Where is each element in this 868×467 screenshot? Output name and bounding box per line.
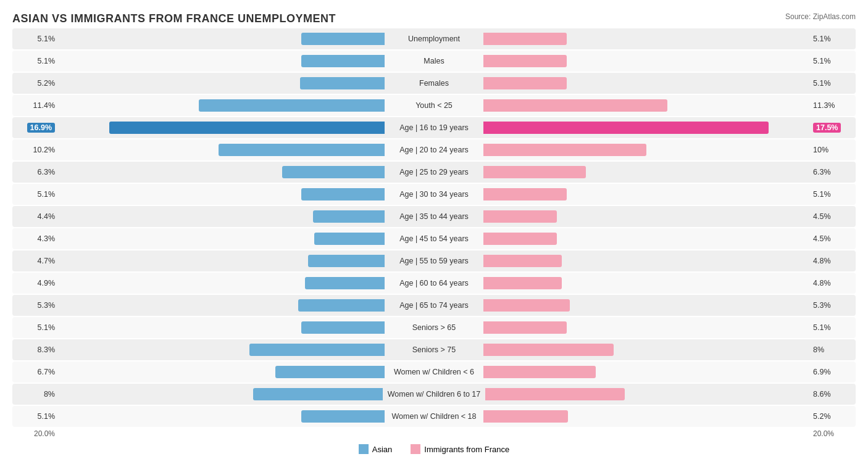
bar-right-wrap xyxy=(483,186,809,203)
legend-immigrants-label: Immigrants from France xyxy=(424,445,509,454)
right-value: 4.5% xyxy=(809,234,856,243)
bars-center: Women w/ Children 6 to 17 xyxy=(59,386,809,403)
right-value: 5.3% xyxy=(809,301,856,310)
row-label: Age | 20 to 24 years xyxy=(385,146,483,154)
bars-center: Age | 60 to 64 years xyxy=(59,275,809,292)
left-value: 5.1% xyxy=(12,35,59,43)
bar-left-wrap xyxy=(59,186,385,203)
left-value: 4.9% xyxy=(12,279,59,287)
asian-value: 5.2% xyxy=(38,79,56,88)
bar-immigrants xyxy=(485,388,625,400)
left-value: 6.3% xyxy=(12,168,59,176)
row-inner: 8% Women w/ Children 6 to 17 8.6% xyxy=(12,384,856,405)
bar-immigrants xyxy=(483,299,570,312)
immigrants-value: 11.3% xyxy=(813,101,835,110)
bar-left-wrap xyxy=(59,319,385,336)
asian-value: 6.7% xyxy=(38,368,56,376)
table-row: 5.3% Age | 65 to 74 years 5.3% xyxy=(12,295,856,316)
asian-value: 6.3% xyxy=(38,168,56,176)
asian-value: 16.9% xyxy=(27,123,55,133)
bar-immigrants xyxy=(483,277,562,289)
bar-immigrants xyxy=(483,366,596,378)
right-value: 5.2% xyxy=(809,412,856,421)
row-inner: 10.2% Age | 20 to 24 years 10% xyxy=(12,139,856,160)
row-label: Age | 60 to 64 years xyxy=(385,279,483,287)
bar-asian xyxy=(301,188,385,200)
chart-container: ASIAN VS IMMIGRANTS FROM FRANCE UNEMPLOY… xyxy=(0,0,868,467)
right-value: 5.1% xyxy=(809,35,856,43)
row-label: Women w/ Children 6 to 17 xyxy=(383,390,486,399)
row-inner: 4.7% Age | 55 to 59 years 4.8% xyxy=(12,250,856,271)
row-inner: 4.4% Age | 35 to 44 years 4.5% xyxy=(12,206,856,227)
table-row: 16.9% Age | 16 to 19 years 17.5% xyxy=(12,117,856,138)
row-label: Unemployment xyxy=(385,35,483,43)
row-label: Age | 55 to 59 years xyxy=(385,257,483,265)
right-value: 6.9% xyxy=(809,368,856,376)
table-row: 8.3% Seniors > 75 8% xyxy=(12,339,856,360)
bars-center: Age | 65 to 74 years xyxy=(59,297,809,314)
row-label: Age | 25 to 29 years xyxy=(385,168,483,176)
asian-value: 11.4% xyxy=(33,101,55,110)
left-value: 4.4% xyxy=(12,212,59,221)
right-value: 6.3% xyxy=(809,168,856,176)
row-label: Females xyxy=(385,79,483,88)
table-row: 10.2% Age | 20 to 24 years 10% xyxy=(12,139,856,160)
row-inner: 6.3% Age | 25 to 29 years 6.3% xyxy=(12,162,856,183)
bar-right-wrap xyxy=(483,252,809,270)
legend-immigrants-icon xyxy=(411,444,420,454)
left-value: 6.7% xyxy=(12,368,59,376)
right-value: 5.1% xyxy=(809,57,856,65)
bar-left-wrap xyxy=(59,230,385,247)
row-inner: 5.3% Age | 65 to 74 years 5.3% xyxy=(12,295,856,316)
bar-right-wrap xyxy=(483,363,809,381)
left-value: 5.1% xyxy=(12,57,59,65)
bars-center: Females xyxy=(59,75,809,92)
bar-left-wrap xyxy=(59,163,385,181)
bar-immigrants xyxy=(483,166,586,178)
bar-left-wrap xyxy=(59,97,385,114)
asian-value: 8.3% xyxy=(38,345,56,354)
bar-left-wrap xyxy=(59,408,385,425)
row-label: Youth < 25 xyxy=(385,101,483,110)
table-row: 4.4% Age | 35 to 44 years 4.5% xyxy=(12,206,856,227)
asian-value: 5.1% xyxy=(38,323,56,332)
bar-right-wrap xyxy=(485,386,809,403)
asian-value: 5.1% xyxy=(38,57,56,65)
bar-left-wrap xyxy=(59,119,385,136)
bars-center: Males xyxy=(59,52,809,70)
bar-asian xyxy=(308,255,385,267)
asian-value: 4.9% xyxy=(38,279,56,287)
bar-right-wrap xyxy=(483,75,809,92)
bar-asian xyxy=(314,233,385,245)
immigrants-value: 10% xyxy=(813,146,828,154)
row-inner: 16.9% Age | 16 to 19 years 17.5% xyxy=(12,117,856,138)
row-label: Age | 16 to 19 years xyxy=(385,123,483,132)
asian-value: 5.1% xyxy=(38,190,56,199)
asian-value: 4.4% xyxy=(38,212,56,221)
bar-right-wrap xyxy=(483,230,809,247)
axis-row: 20.0% 20.0% xyxy=(12,429,856,438)
left-value: 5.3% xyxy=(12,301,59,310)
immigrants-value: 6.3% xyxy=(813,168,831,176)
left-value: 8.3% xyxy=(12,345,59,354)
right-value: 4.8% xyxy=(809,279,856,287)
row-label: Seniors > 65 xyxy=(385,323,483,332)
bar-right-wrap xyxy=(483,208,809,225)
bar-immigrants xyxy=(483,344,614,356)
bar-right-wrap xyxy=(483,97,809,114)
bars-center: Age | 45 to 54 years xyxy=(59,230,809,247)
immigrants-value: 8% xyxy=(813,345,824,354)
bar-asian xyxy=(275,366,385,378)
left-value: 5.1% xyxy=(12,323,59,332)
table-row: 5.1% Seniors > 65 5.1% xyxy=(12,317,856,338)
axis-left-label: 20.0% xyxy=(12,429,59,438)
table-row: 5.2% Females 5.1% xyxy=(12,73,856,94)
table-row: 6.7% Women w/ Children < 6 6.9% xyxy=(12,362,856,382)
row-label: Age | 45 to 54 years xyxy=(385,234,483,243)
immigrants-value: 4.8% xyxy=(813,257,831,265)
bar-immigrants xyxy=(483,55,567,67)
right-value: 5.1% xyxy=(809,190,856,199)
bar-left-wrap xyxy=(59,275,385,292)
chart-title: ASIAN VS IMMIGRANTS FROM FRANCE UNEMPLOY… xyxy=(12,12,336,25)
bar-asian xyxy=(301,33,385,45)
